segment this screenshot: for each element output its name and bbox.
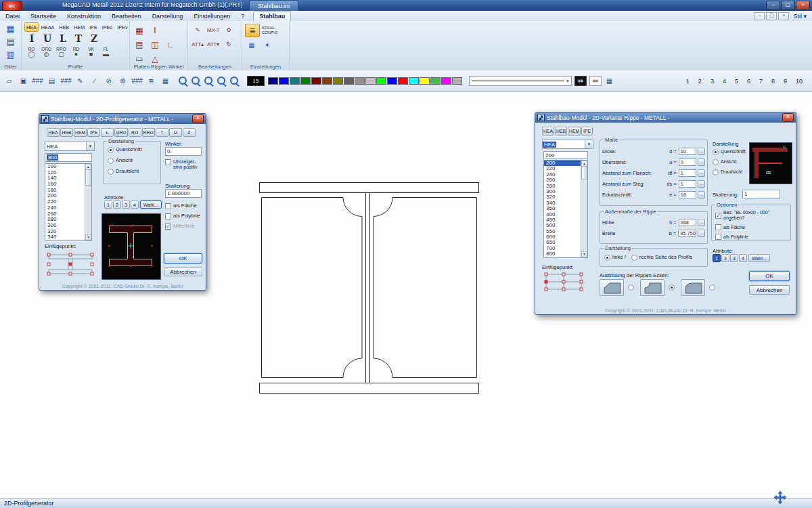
gear-icon[interactable]: ⚙: [222, 24, 235, 37]
clipboard-icon[interactable]: ▤: [45, 75, 58, 88]
color-swatch[interactable]: [322, 77, 332, 85]
color-swatch[interactable]: [333, 77, 343, 85]
layer-number-button[interactable]: 2: [698, 78, 702, 85]
profile-type-button[interactable]: U: [169, 128, 182, 137]
color-swatch[interactable]: [290, 77, 300, 85]
color-swatch[interactable]: [311, 77, 321, 85]
corner-notch-radio[interactable]: [669, 284, 677, 291]
scrollbar[interactable]: ▲ ▼: [581, 161, 587, 257]
profile-type-button[interactable]: HEM: [74, 128, 87, 137]
darstellung-radio[interactable]: Querschnitt: [108, 147, 160, 153]
profile-u-button[interactable]: U: [40, 32, 55, 45]
profile-series-button[interactable]: IPE: [87, 22, 99, 32]
seite-radio[interactable]: linke /: [604, 255, 626, 261]
color-swatch[interactable]: [420, 77, 430, 85]
profile-series-button[interactable]: IPEo: [100, 22, 115, 32]
profile-type-button[interactable]: HEB: [60, 128, 73, 137]
color-swatch[interactable]: [344, 77, 354, 85]
aussen-input[interactable]: 95.750: [678, 230, 696, 237]
rib-plate-icon[interactable]: ▤: [133, 38, 146, 51]
menu-item[interactable]: Darstellung: [147, 11, 189, 21]
attribute-button[interactable]: 4: [739, 254, 747, 262]
size-list[interactable]: 100120140160180200220240260280300320340 …: [45, 163, 92, 241]
grid-toggle-icon[interactable]: ▦: [159, 75, 172, 88]
stahl-config-icon[interactable]: ≣: [245, 24, 260, 37]
profile-rd-button[interactable]: RD ●: [69, 45, 83, 58]
document-tab[interactable]: Stahlbau.ini: [249, 0, 298, 11]
attribute-button[interactable]: 2: [721, 254, 729, 262]
profile-series-button[interactable]: HEB: [57, 22, 71, 32]
skalierung-input[interactable]: 1.000000: [165, 189, 202, 198]
color-swatch[interactable]: [387, 77, 397, 85]
profile-t-button[interactable]: T: [71, 32, 86, 45]
darstellung-radio[interactable]: Querschnitt: [713, 149, 746, 155]
masse-input[interactable]: 10: [679, 148, 697, 155]
layer-number-button[interactable]: 3: [710, 78, 714, 85]
insertion-point-selector[interactable]: [542, 270, 585, 295]
attribute-down-icon[interactable]: ATT▾: [206, 38, 220, 51]
layers-icon[interactable]: ≣: [145, 75, 158, 88]
new-sheet-icon[interactable]: ▱: [3, 75, 16, 88]
option-checkbox[interactable]: als Polylinie: [165, 213, 200, 219]
profile-type-button[interactable]: Z: [183, 128, 196, 137]
refresh-icon[interactable]: ↻: [222, 38, 235, 51]
color-swatch[interactable]: [430, 77, 441, 85]
minimize-icon[interactable]: –: [766, 1, 780, 10]
aussen-input[interactable]: 168: [679, 219, 697, 226]
dialog-titlebar[interactable]: ▞ Stahlbau-Modul - 2D-Profilgenerator - …: [39, 114, 206, 124]
corner-notch-button[interactable]: [640, 279, 664, 296]
option-checkbox[interactable]: als Fläche: [715, 224, 790, 230]
insertion-point-selector[interactable]: [43, 249, 97, 280]
profile-series-button[interactable]: HEA: [24, 22, 39, 32]
layer-number-button[interactable]: 4: [723, 78, 726, 85]
profile-type-button[interactable]: IPE: [581, 127, 593, 135]
attribute-button[interactable]: 1: [104, 200, 112, 209]
color-swatch[interactable]: [409, 77, 419, 85]
skalierung-input[interactable]: 1: [742, 190, 780, 198]
ok-button[interactable]: OK: [164, 253, 202, 263]
option-checkbox[interactable]: als Fläche: [165, 203, 200, 209]
color-swatch[interactable]: [268, 77, 278, 85]
scroll-down-icon[interactable]: ▼: [581, 251, 587, 257]
zoom-previous-icon[interactable]: [229, 75, 240, 87]
profile-type-button[interactable]: HEB: [555, 127, 567, 135]
profile-fl-button[interactable]: FL ▬: [99, 45, 113, 58]
profile-type-button[interactable]: L: [101, 128, 114, 137]
corner-fillet-button[interactable]: [681, 279, 705, 296]
grid-lines-icon[interactable]: ▤: [4, 35, 18, 47]
pattern-chip-dark[interactable]: ##: [574, 76, 587, 86]
aussen-more-button[interactable]: ...: [698, 219, 705, 226]
masse-more-button[interactable]: ...: [698, 169, 705, 177]
chevron-down-icon[interactable]: ▼: [86, 142, 94, 150]
corner-chamfer-button[interactable]: [600, 279, 624, 296]
doc-minimize-icon[interactable]: –: [754, 12, 765, 20]
profile-type-button[interactable]: HEA: [47, 128, 60, 137]
option-checkbox[interactable]: als Polylinie: [715, 234, 790, 240]
scroll-thumb[interactable]: [85, 169, 91, 186]
uhrzeigersinn-checkbox[interactable]: Uhrzeiger- sinn positiv: [165, 159, 203, 171]
layer-number-button[interactable]: 1: [686, 78, 690, 85]
hatch-pattern-icon[interactable]: ###: [131, 75, 143, 88]
layer-number-button[interactable]: 9: [784, 78, 787, 85]
settings-grid-icon[interactable]: ▦: [245, 39, 258, 51]
aussen-more-button[interactable]: ...: [698, 230, 705, 237]
profile-l-button[interactable]: L: [55, 32, 70, 45]
profile-type-button[interactable]: RO: [129, 128, 141, 137]
menu-item[interactable]: Datei: [0, 11, 25, 21]
chevron-down-icon[interactable]: ▼: [585, 140, 593, 148]
save-icon[interactable]: ▣: [17, 75, 30, 88]
profile-rro-button[interactable]: RRO ▢: [54, 45, 68, 58]
profile-series-button[interactable]: IPEv: [115, 22, 129, 32]
size-input[interactable]: 800: [45, 153, 92, 162]
cancel-button[interactable]: Abbrechen: [749, 285, 790, 295]
attribute-button[interactable]: 2: [113, 200, 121, 209]
profile-type-button[interactable]: QRO: [114, 128, 127, 137]
size-list[interactable]: 2002202402602803003203403604004505005506…: [543, 160, 588, 258]
menu-item[interactable]: Konstruktion: [62, 11, 106, 21]
color-swatch[interactable]: [279, 77, 289, 85]
darstellung-radio[interactable]: Ansicht: [713, 159, 746, 165]
masse-input[interactable]: 1: [679, 180, 697, 188]
color-swatch[interactable]: [452, 77, 462, 85]
zoom-fit-icon[interactable]: [216, 75, 227, 87]
attribute-wahl-button[interactable]: Wahl...: [748, 254, 770, 262]
